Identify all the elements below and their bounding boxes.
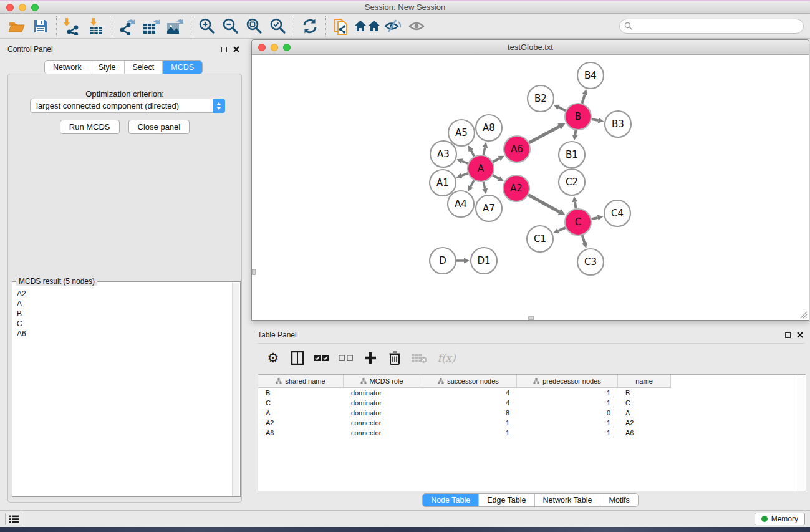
task-history-button[interactable] [5,513,22,525]
edge-A6-B[interactable] [529,127,559,143]
export-image-button[interactable] [163,16,187,37]
edge-A-A8[interactable] [483,147,485,155]
table-cell[interactable]: 0 [517,408,618,418]
column-header-name[interactable]: name [618,375,671,387]
edge-B-B3[interactable] [592,119,599,120]
node-D[interactable]: D [430,248,456,274]
close-panel-icon[interactable] [233,46,239,52]
edge-A-A1[interactable] [461,173,468,176]
export-table-button[interactable] [140,16,163,37]
delete-table-button[interactable] [410,349,428,367]
memory-button[interactable]: Memory [755,513,805,525]
list-item[interactable]: A2 [17,289,232,299]
edge-B-B1[interactable] [575,130,576,135]
mcds-result-scrollbar[interactable] [232,283,239,496]
node-A[interactable]: A [468,155,494,181]
table-cell[interactable]: 4 [420,398,517,408]
table-cell[interactable]: A6 [618,428,671,438]
save-session-button[interactable] [29,16,52,37]
hide-selected-button[interactable] [381,16,405,37]
home-navigator-button[interactable] [354,16,381,37]
table-cell[interactable]: A6 [258,428,344,438]
table-cell[interactable]: 1 [420,428,517,438]
table-cell[interactable]: dominator [344,408,420,418]
network-graph[interactable]: AA1A2A3A4A5A6A7A8BB1B2B3B4CC1C2C3C4DD1 [252,56,809,320]
tab-mcds[interactable]: MCDS [163,61,202,74]
copy-document-button[interactable] [330,16,354,37]
node-C4[interactable]: C4 [604,200,630,226]
edge-B-B4[interactable] [582,95,584,104]
list-item[interactable]: A6 [17,329,232,339]
table-row[interactable]: A6connector11A6 [258,428,806,438]
column-header-successor-nodes[interactable]: successor nodes [420,375,517,387]
close-table-panel-icon[interactable] [797,332,803,338]
node-A2[interactable]: A2 [503,175,529,201]
table-cell[interactable]: A [258,408,344,418]
table-cell[interactable]: 1 [517,428,618,438]
node-table[interactable]: shared nameMCDS rolesuccessor nodesprede… [258,374,806,491]
edge-A-A7[interactable] [483,182,485,189]
network-window-titlebar[interactable]: testGlobe.txt [252,40,809,55]
tab-motifs[interactable]: Motifs [600,494,637,506]
refresh-button[interactable] [298,16,322,37]
edge-C-C2[interactable] [575,202,576,209]
edge-A2-C[interactable] [528,195,559,212]
resize-grip-icon[interactable] [799,311,808,319]
show-all-button[interactable] [405,16,428,37]
tab-select[interactable]: Select [125,61,163,74]
table-cell[interactable]: dominator [344,398,420,408]
search-input[interactable] [619,19,804,34]
list-item[interactable]: C [17,319,232,329]
mcds-result-list[interactable]: A2ABCA6 [13,283,232,496]
table-scrollbar[interactable] [798,375,806,491]
open-session-button[interactable] [5,16,29,37]
table-row[interactable]: Cdominator41C [258,398,806,408]
list-item[interactable]: B [17,309,232,319]
table-cell[interactable]: 1 [517,388,618,398]
table-cell[interactable]: A2 [258,418,344,428]
table-row[interactable]: A2connector11A2 [258,418,806,428]
network-left-handle[interactable] [252,269,256,275]
zoom-in-button[interactable] [195,16,219,37]
edge-A-A5[interactable] [471,150,474,157]
edge-A-A6[interactable] [493,158,499,162]
table-cell[interactable]: B [258,388,344,398]
node-B3[interactable]: B3 [605,111,631,137]
table-cell[interactable]: 8 [420,408,517,418]
node-B4[interactable]: B4 [577,62,604,89]
table-row[interactable]: Adominator80A [258,408,806,418]
table-cell[interactable]: 1 [517,398,618,408]
zoom-out-button[interactable] [219,16,243,37]
tab-edge-table[interactable]: Edge Table [479,494,534,506]
node-A1[interactable]: A1 [430,170,456,196]
node-A3[interactable]: A3 [430,141,456,167]
delete-row-button[interactable] [385,349,404,367]
list-item[interactable]: A [17,299,232,309]
table-cell[interactable]: C [618,398,671,408]
node-A6[interactable]: A6 [504,136,530,162]
zoom-fit-button[interactable] [243,16,266,37]
import-table-button[interactable] [84,16,108,37]
tab-network[interactable]: Network [45,61,90,74]
column-header-predecessor-nodes[interactable]: predecessor nodes [517,375,618,387]
edge-C-C1[interactable] [558,228,566,231]
node-B1[interactable]: B1 [559,142,585,168]
table-cell[interactable]: A2 [618,418,671,428]
node-D1[interactable]: D1 [471,248,497,274]
export-network-button[interactable] [116,16,140,37]
node-B[interactable]: B [565,104,591,130]
import-network-button[interactable] [60,16,84,37]
node-A5[interactable]: A5 [448,120,475,146]
table-cell[interactable]: 1 [517,418,618,428]
table-row[interactable]: Bdominator41B [258,388,806,398]
table-cell[interactable]: A [618,408,671,418]
table-cell[interactable]: connector [344,418,420,428]
node-C2[interactable]: C2 [559,169,585,195]
table-cell[interactable]: 1 [420,418,517,428]
network-bottom-handle[interactable] [528,316,534,320]
column-header-shared-name[interactable]: shared name [258,375,344,387]
select-all-button[interactable] [312,349,331,367]
edge-A-A2[interactable] [493,175,499,179]
node-C[interactable]: C [565,209,591,235]
criterion-select[interactable]: largest connected component (directed) [30,99,225,113]
